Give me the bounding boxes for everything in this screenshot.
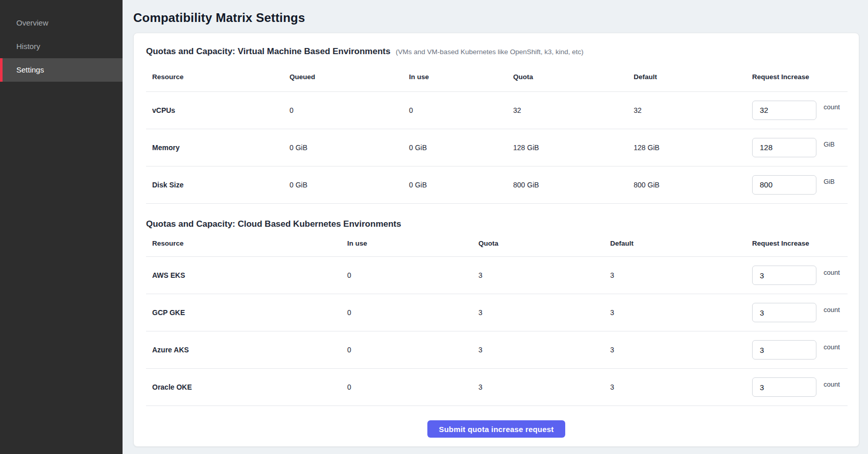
- default-value: 3: [610, 294, 752, 331]
- request-increase-cell: count: [752, 294, 848, 331]
- request-increase-input-gcp-gke[interactable]: [752, 303, 816, 322]
- table-row-oracle-oke: Oracle OKE 0 3 3 count: [146, 369, 848, 406]
- column-header-resource: Resource: [146, 230, 347, 257]
- table-row-disk-size: Disk Size 0 GiB 0 GiB 800 GiB 800 GiB Gi…: [146, 166, 848, 203]
- request-increase-cell: count: [752, 369, 848, 406]
- in-use-value: 0: [408, 91, 513, 129]
- quota-value: 3: [478, 331, 610, 369]
- table-header-row: Resource Queued In use Quota Default Req…: [146, 62, 848, 91]
- sidebar-nav: Overview History Settings: [0, 0, 123, 82]
- quota-value: 128 GiB: [513, 129, 633, 166]
- resource-name: GCP GKE: [146, 294, 347, 331]
- request-increase-cell: count: [752, 257, 848, 294]
- in-use-value: 0: [347, 369, 478, 406]
- column-header-default: Default: [610, 230, 752, 257]
- default-value: 32: [633, 91, 752, 129]
- unit-label: count: [824, 380, 840, 388]
- column-header-request-increase: Request Increase: [752, 230, 848, 257]
- request-increase-input-vcpus[interactable]: [752, 101, 816, 120]
- quota-settings-card: Quotas and Capacity: Virtual Machine Bas…: [133, 33, 859, 447]
- column-header-quota: Quota: [478, 230, 610, 257]
- unit-label: GiB: [824, 178, 835, 185]
- cloud-quota-table: Resource In use Quota Default Request In…: [146, 230, 848, 407]
- resource-name: Azure AKS: [146, 331, 347, 369]
- quota-value: 3: [478, 369, 610, 406]
- resource-name: Disk Size: [146, 166, 289, 203]
- section-heading-cloud: Quotas and Capacity: Cloud Based Kuberne…: [146, 218, 847, 230]
- table-row-vcpus: vCPUs 0 0 32 32 count: [146, 91, 848, 129]
- column-header-resource: Resource: [146, 62, 289, 91]
- resource-name: Oracle OKE: [146, 369, 347, 406]
- column-header-quota: Quota: [513, 62, 633, 91]
- section-subtitle: (VMs and VM-based Kubernetes like OpenSh…: [396, 48, 584, 56]
- request-increase-cell: GiB: [752, 129, 848, 166]
- default-value: 3: [610, 369, 752, 406]
- in-use-value: 0 GiB: [408, 129, 513, 166]
- column-header-queued: Queued: [289, 62, 408, 91]
- queued-value: 0 GiB: [289, 166, 408, 203]
- request-increase-cell: GiB: [752, 166, 848, 203]
- request-increase-input-disk-size[interactable]: [752, 175, 816, 195]
- submit-quota-increase-button[interactable]: Submit quota increase request: [427, 420, 565, 438]
- request-increase-input-memory[interactable]: [752, 138, 816, 157]
- sidebar: Overview History Settings: [0, 0, 123, 454]
- column-header-in-use: In use: [347, 230, 478, 257]
- resource-name: AWS EKS: [146, 257, 347, 294]
- default-value: 3: [610, 257, 752, 294]
- column-header-default: Default: [633, 62, 752, 91]
- resource-name: Memory: [146, 129, 289, 166]
- resource-name: vCPUs: [146, 91, 289, 129]
- queued-value: 0: [289, 91, 408, 129]
- table-row-azure-aks: Azure AKS 0 3 3 count: [146, 331, 848, 369]
- card-footer: Submit quota increase request: [146, 406, 847, 446]
- section-heading-vm: Quotas and Capacity: Virtual Machine Bas…: [146, 45, 847, 58]
- request-increase-input-aws-eks[interactable]: [752, 266, 816, 285]
- unit-label: count: [824, 343, 840, 351]
- in-use-value: 0: [347, 331, 478, 369]
- unit-label: count: [824, 306, 840, 314]
- unit-label: count: [824, 269, 840, 276]
- unit-label: count: [824, 103, 840, 111]
- in-use-value: 0 GiB: [408, 166, 513, 203]
- quota-value: 32: [513, 91, 633, 129]
- in-use-value: 0: [347, 257, 478, 294]
- section-title: Quotas and Capacity: Virtual Machine Bas…: [146, 46, 391, 56]
- request-increase-cell: count: [752, 91, 848, 129]
- table-row-memory: Memory 0 GiB 0 GiB 128 GiB 128 GiB GiB: [146, 129, 848, 166]
- sidebar-item-settings[interactable]: Settings: [0, 58, 123, 82]
- table-row-aws-eks: AWS EKS 0 3 3 count: [146, 257, 848, 294]
- vm-quota-table: Resource Queued In use Quota Default Req…: [146, 62, 848, 204]
- page-title: Compatibility Matrix Settings: [133, 10, 859, 26]
- sidebar-item-history[interactable]: History: [0, 35, 123, 58]
- column-header-request-increase: Request Increase: [752, 62, 848, 91]
- sidebar-item-overview[interactable]: Overview: [0, 11, 123, 35]
- table-header-row: Resource In use Quota Default Request In…: [146, 230, 848, 257]
- request-increase-input-azure-aks[interactable]: [752, 340, 816, 360]
- column-header-in-use: In use: [408, 62, 513, 91]
- main-content: Compatibility Matrix Settings Quotas and…: [123, 0, 868, 447]
- quota-value: 3: [478, 257, 610, 294]
- default-value: 800 GiB: [633, 166, 752, 203]
- default-value: 128 GiB: [633, 129, 752, 166]
- default-value: 3: [610, 331, 752, 369]
- section-title: Quotas and Capacity: Cloud Based Kuberne…: [146, 219, 401, 229]
- request-increase-input-oracle-oke[interactable]: [752, 377, 816, 397]
- quota-value: 3: [478, 294, 610, 331]
- queued-value: 0 GiB: [289, 129, 408, 166]
- quota-value: 800 GiB: [513, 166, 633, 203]
- table-row-gcp-gke: GCP GKE 0 3 3 count: [146, 294, 848, 331]
- unit-label: GiB: [824, 140, 835, 148]
- request-increase-cell: count: [752, 331, 848, 369]
- in-use-value: 0: [347, 294, 478, 331]
